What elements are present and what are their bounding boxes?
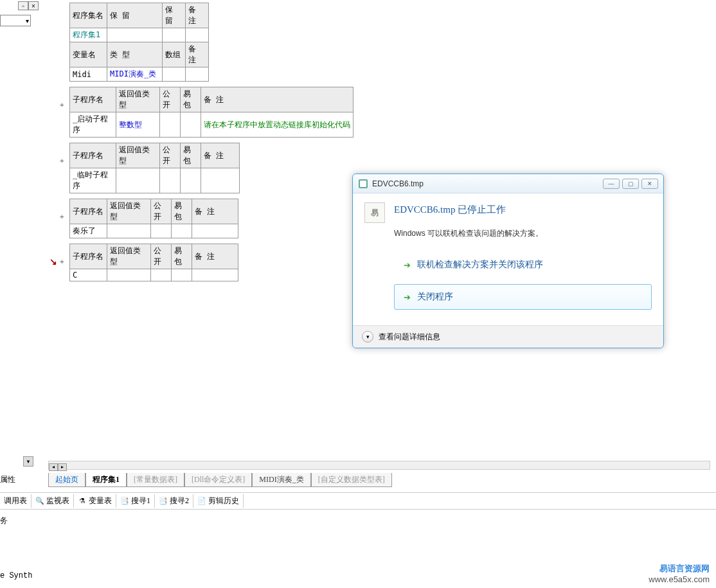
cell-remark[interactable] [201,168,240,193]
arrow-icon: ➔ [404,260,411,270]
close-button[interactable]: ✕ [641,179,658,189]
dialog-heading: EDVCCB6.tmp 已停止工作 [394,204,506,223]
editor-tabs: 起始页 程序集1 [常量数据表] [Dll命令定义表] MIDI演奏_类 [自定… [48,473,392,487]
cell-reserve1[interactable] [107,28,163,42]
fold-toggle-icon[interactable]: + [60,157,64,165]
label: 剪辑历史 [208,495,239,506]
sub4-table: 子程序名 返回值类型 公开 易包 备 注 C [69,244,238,281]
minimize-button[interactable]: — [603,179,620,189]
cell-public[interactable] [151,269,172,281]
th: 返回值类型 [116,87,160,112]
option-label: 关闭程序 [417,291,453,303]
fold-toggle-icon[interactable]: + [60,258,64,266]
cell-ret-type[interactable]: 整数型 [116,112,160,138]
cell-sub-name[interactable]: _启动子程序 [70,112,116,138]
fold-toggle-icon[interactable]: + [60,213,64,221]
arrow-icon: ➔ [404,292,411,302]
th: 易包 [172,244,192,269]
th-array: 数组 [163,42,186,67]
cell-epkg[interactable] [181,112,201,138]
details-label[interactable]: 查看问题详细信息 [379,332,440,343]
status-text: 务 [0,515,8,526]
tab-program-set-1[interactable]: 程序集1 [85,473,127,487]
fold-toggle-icon[interactable]: + [60,101,64,109]
watermark-name: 易语言资源网 [649,563,710,575]
th: 返回值类型 [116,143,160,168]
sub2-table: 子程序名 返回值类型 公开 易包 备 注 _临时子程序 [69,143,240,193]
cell-sub-name[interactable]: C [70,269,107,281]
dialog-message: Windows 可以联机检查该问题的解决方案。 [394,228,652,239]
th: 易包 [181,143,201,168]
cell-var-name[interactable]: Midi [70,67,107,82]
tab-search1[interactable]: 📑搜寻1 [116,494,155,508]
cell-sub-name[interactable]: _临时子程序 [70,168,116,193]
properties-panel-label: 属性 [0,474,15,485]
th-var-remark: 备 注 [186,42,209,67]
cell-ret[interactable] [107,269,151,281]
icon-glyph: 易 [371,208,379,218]
cell-sub-name[interactable]: 奏乐了 [70,224,107,238]
th: 备 注 [192,244,238,269]
th-program-name: 程序集名 [70,3,107,28]
cell-public[interactable] [160,168,181,193]
th-var-name: 变量名 [70,42,107,67]
option-label: 联机检查解决方案并关闭该程序 [417,259,543,271]
tab-search2[interactable]: 📑搜寻2 [155,494,193,508]
label: 搜寻2 [170,495,189,506]
label: 调用表 [4,495,27,506]
cell-epkg[interactable] [172,269,192,281]
scroll-left-button[interactable]: ◂ [49,463,58,471]
maximize-button[interactable]: ▢ [622,179,639,189]
tab-clip-history[interactable]: 📄剪辑历史 [193,494,244,508]
sub1-table: 子程序名 返回值类型 公开 易包 备 注 _启动子程序 整数型 请在本子程序中放… [69,87,354,138]
cell-ret[interactable] [107,224,151,238]
cell-program-name[interactable]: 程序集1 [70,28,107,42]
th: 备 注 [192,199,238,224]
cell-epkg[interactable] [172,224,192,238]
cell-remark[interactable]: 请在本子程序中放置动态链接库初始化代码 [201,112,354,138]
th: 易包 [172,199,192,224]
horizontal-scrollbar[interactable]: ◂▸ [48,461,710,470]
expand-details-button[interactable]: ▾ [362,331,373,343]
option-close-program-button[interactable]: ➔ 关闭程序 [394,284,652,310]
tab-dll-commands[interactable]: [Dll命令定义表] [184,473,252,487]
cell-remark[interactable] [192,224,238,238]
cell-ret[interactable] [116,168,160,193]
search-icon: 🔍 [35,497,44,506]
scroll-down-button[interactable]: ▼ [23,456,33,467]
dialog-title-text: EDVCCB6.tmp [372,179,603,188]
app-icon [358,179,368,189]
tab-start-page[interactable]: 起始页 [48,473,85,487]
label: 变量表 [89,495,112,506]
cell-reserve2[interactable] [163,28,186,42]
cell-var-remark[interactable] [186,67,209,82]
option-check-online-button[interactable]: ➔ 联机检查解决方案并关闭该程序 [394,252,652,278]
cell-epkg[interactable] [181,168,201,193]
dropdown-selector[interactable] [0,15,31,26]
th-var-type: 类 型 [107,42,163,67]
sub3-table: 子程序名 返回值类型 公开 易包 备 注 奏乐了 [69,199,238,238]
watermark: 易语言资源网 www.e5a5x.com [649,563,710,584]
tab-midi-class[interactable]: MIDI演奏_类 [252,473,310,487]
panel-close-button[interactable]: × [28,1,39,10]
th: 返回值类型 [107,244,151,269]
cell-public[interactable] [151,224,172,238]
tab-watch-table[interactable]: 🔍监视表 [31,494,74,508]
cell-remark[interactable] [186,28,209,42]
scroll-right-button[interactable]: ▸ [58,463,67,471]
cell-remark[interactable] [192,269,238,281]
tab-constants-table[interactable]: [常量数据表] [127,473,184,487]
cell-public[interactable] [160,112,181,138]
history-icon: 📄 [197,497,206,506]
dialog-titlebar[interactable]: EDVCCB6.tmp — ▢ ✕ [353,174,663,193]
tab-custom-datatypes[interactable]: [自定义数据类型表] [311,473,392,487]
cell-var-type[interactable]: MIDI演奏_类 [107,67,163,82]
panel-restore-button[interactable]: ▫ [18,1,28,10]
label: 搜寻1 [131,495,150,506]
cell-array[interactable] [163,67,186,82]
tab-variable-table[interactable]: ⚗变量表 [74,494,116,508]
th: 备 注 [201,143,240,168]
tool-tabs-bar: 调用表 🔍监视表 ⚗变量表 📑搜寻1 📑搜寻2 📄剪辑历史 [0,492,716,510]
th: 易包 [181,87,201,112]
tab-call-table[interactable]: 调用表 [0,494,31,508]
